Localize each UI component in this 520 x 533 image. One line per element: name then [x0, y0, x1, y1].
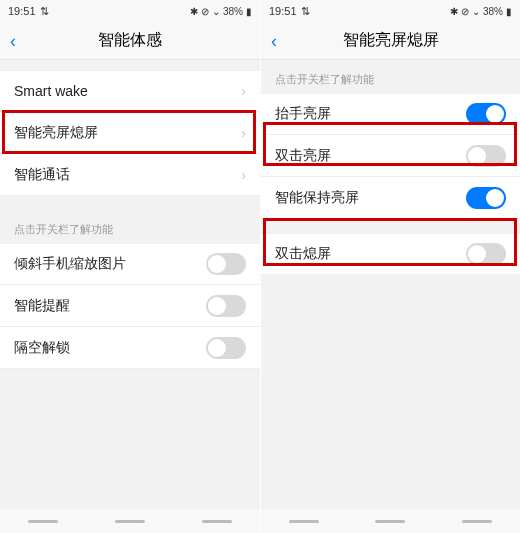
soft-key-back[interactable]	[202, 520, 232, 523]
page-title: 智能亮屏熄屏	[343, 30, 439, 51]
toggle-air-unlock[interactable]	[206, 337, 246, 359]
alarm-icon: ⊘	[201, 6, 209, 17]
chevron-right-icon: ›	[241, 167, 246, 183]
soft-key-back[interactable]	[462, 520, 492, 523]
row-label: Smart wake	[14, 83, 88, 99]
nav-footer	[0, 509, 260, 533]
nav-header: ‹ 智能亮屏熄屏	[261, 22, 520, 60]
soft-key-home[interactable]	[375, 520, 405, 523]
section-hint: 点击开关栏了解功能	[261, 60, 520, 93]
toggle-smart-remind[interactable]	[206, 295, 246, 317]
row-smart-keep-on[interactable]: 智能保持亮屏	[261, 177, 520, 219]
row-label: 智能通话	[14, 166, 70, 184]
row-label: 倾斜手机缩放图片	[14, 255, 126, 273]
battery-icon: ▮	[246, 6, 252, 17]
section-hint: 点击开关栏了解功能	[0, 210, 260, 243]
status-time: 19:51	[269, 5, 297, 17]
phone-right: 19:51 ⇅ ✱ ⊘ ⌄ 38% ▮ ‹ 智能亮屏熄屏 点击开关栏了解功能 抬…	[260, 0, 520, 533]
net-icon: ⇅	[301, 5, 310, 18]
status-time: 19:51	[8, 5, 36, 17]
battery-icon: ▮	[506, 6, 512, 17]
soft-key-home[interactable]	[115, 520, 145, 523]
back-icon[interactable]: ‹	[10, 30, 16, 51]
row-label: 抬手亮屏	[275, 105, 331, 123]
row-label: 双击亮屏	[275, 147, 331, 165]
row-raise-wake[interactable]: 抬手亮屏	[261, 93, 520, 135]
toggle-dbl-tap-wake[interactable]	[466, 145, 506, 167]
wifi-icon: ⌄	[472, 6, 480, 17]
toggle-tilt-zoom[interactable]	[206, 253, 246, 275]
toggle-smart-keep-on[interactable]	[466, 187, 506, 209]
alarm-icon: ⊘	[461, 6, 469, 17]
row-air-unlock[interactable]: 隔空解锁	[0, 327, 260, 369]
row-label: 智能保持亮屏	[275, 189, 359, 207]
row-smart-screen[interactable]: 智能亮屏熄屏 ›	[0, 112, 260, 154]
battery-pct: 38%	[223, 6, 243, 17]
status-bar: 19:51 ⇅ ✱ ⊘ ⌄ 38% ▮	[261, 0, 520, 22]
bt-icon: ✱	[450, 6, 458, 17]
status-bar: 19:51 ⇅ ✱ ⊘ ⌄ 38% ▮	[0, 0, 260, 22]
toggle-raise-wake[interactable]	[466, 103, 506, 125]
row-label: 智能提醒	[14, 297, 70, 315]
net-icon: ⇅	[40, 5, 49, 18]
nav-footer	[261, 509, 520, 533]
chevron-right-icon: ›	[241, 83, 246, 99]
row-tilt-zoom[interactable]: 倾斜手机缩放图片	[0, 243, 260, 285]
row-smart-remind[interactable]: 智能提醒	[0, 285, 260, 327]
nav-header: ‹ 智能体感	[0, 22, 260, 60]
bt-icon: ✱	[190, 6, 198, 17]
row-label: 双击熄屏	[275, 245, 331, 263]
row-smart-call[interactable]: 智能通话 ›	[0, 154, 260, 196]
battery-pct: 38%	[483, 6, 503, 17]
row-dbl-tap-wake[interactable]: 双击亮屏	[261, 135, 520, 177]
page-title: 智能体感	[98, 30, 162, 51]
row-label: 智能亮屏熄屏	[14, 124, 98, 142]
wifi-icon: ⌄	[212, 6, 220, 17]
back-icon[interactable]: ‹	[271, 30, 277, 51]
soft-key-menu[interactable]	[289, 520, 319, 523]
phone-left: 19:51 ⇅ ✱ ⊘ ⌄ 38% ▮ ‹ 智能体感 Smart wake › …	[0, 0, 260, 533]
row-label: 隔空解锁	[14, 339, 70, 357]
row-smart-wake[interactable]: Smart wake ›	[0, 70, 260, 112]
toggle-dbl-tap-sleep[interactable]	[466, 243, 506, 265]
row-dbl-tap-sleep[interactable]: 双击熄屏	[261, 233, 520, 275]
soft-key-menu[interactable]	[28, 520, 58, 523]
chevron-right-icon: ›	[241, 125, 246, 141]
